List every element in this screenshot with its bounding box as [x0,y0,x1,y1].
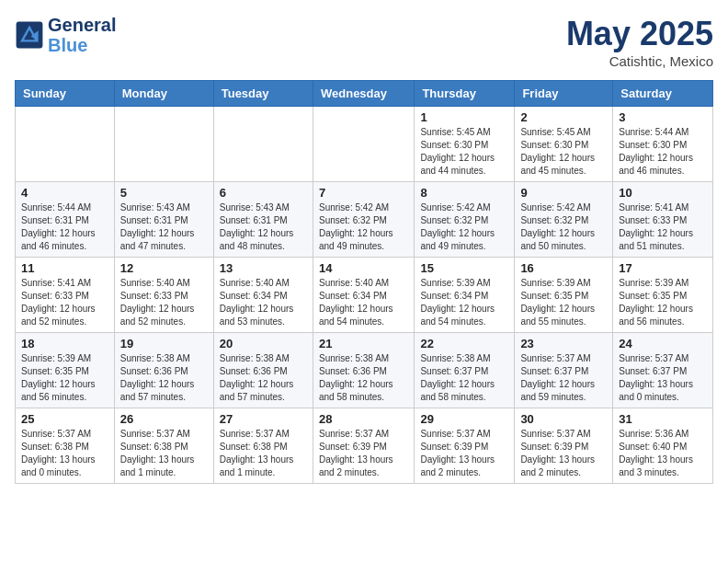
calendar-cell: 10Sunrise: 5:41 AM Sunset: 6:33 PM Dayli… [613,182,713,258]
logo-blue: Blue [48,35,116,55]
calendar-cell: 23Sunrise: 5:37 AM Sunset: 6:37 PM Dayli… [515,333,613,408]
day-number: 30 [520,412,607,426]
calendar-cell: 24Sunrise: 5:37 AM Sunset: 6:37 PM Dayli… [613,333,713,408]
calendar-cell: 7Sunrise: 5:42 AM Sunset: 6:32 PM Daylig… [313,182,414,258]
day-number: 21 [319,337,408,350]
day-info: Sunrise: 5:38 AM Sunset: 6:36 PM Dayligh… [220,352,307,404]
calendar-cell: 13Sunrise: 5:40 AM Sunset: 6:34 PM Dayli… [213,258,313,333]
page-header: General Blue May 2025 Catishtic, Mexico [15,15,713,69]
day-info: Sunrise: 5:37 AM Sunset: 6:39 PM Dayligh… [319,428,408,479]
weekday-header-row: SundayMondayTuesdayWednesdayThursdayFrid… [16,81,713,107]
calendar-cell: 28Sunrise: 5:37 AM Sunset: 6:39 PM Dayli… [313,408,414,484]
calendar-cell: 11Sunrise: 5:41 AM Sunset: 6:33 PM Dayli… [16,258,115,333]
calendar-cell: 3Sunrise: 5:44 AM Sunset: 6:30 PM Daylig… [613,107,713,182]
calendar-table: SundayMondayTuesdayWednesdayThursdayFrid… [15,80,713,484]
calendar-cell: 8Sunrise: 5:42 AM Sunset: 6:32 PM Daylig… [415,182,515,258]
calendar-cell: 2Sunrise: 5:45 AM Sunset: 6:30 PM Daylig… [515,107,613,182]
day-info: Sunrise: 5:45 AM Sunset: 6:30 PM Dayligh… [420,126,508,178]
calendar-cell [16,107,115,182]
calendar-week-2: 4Sunrise: 5:44 AM Sunset: 6:31 PM Daylig… [16,182,713,258]
calendar-cell: 29Sunrise: 5:37 AM Sunset: 6:39 PM Dayli… [415,408,515,484]
calendar-cell: 15Sunrise: 5:39 AM Sunset: 6:34 PM Dayli… [415,258,515,333]
calendar-cell: 21Sunrise: 5:38 AM Sunset: 6:36 PM Dayli… [313,333,414,408]
weekday-header-sunday: Sunday [16,81,115,107]
day-number: 29 [420,412,508,426]
calendar-cell: 4Sunrise: 5:44 AM Sunset: 6:31 PM Daylig… [16,182,115,258]
weekday-header-saturday: Saturday [613,81,713,107]
day-number: 2 [520,110,607,124]
day-info: Sunrise: 5:37 AM Sunset: 6:38 PM Dayligh… [220,428,307,479]
day-number: 7 [319,186,408,200]
weekday-header-tuesday: Tuesday [213,81,313,107]
calendar-week-5: 25Sunrise: 5:37 AM Sunset: 6:38 PM Dayli… [16,408,713,484]
calendar-cell: 9Sunrise: 5:42 AM Sunset: 6:32 PM Daylig… [515,182,613,258]
day-info: Sunrise: 5:40 AM Sunset: 6:34 PM Dayligh… [220,277,307,328]
day-info: Sunrise: 5:38 AM Sunset: 6:36 PM Dayligh… [120,352,208,404]
logo-icon [15,20,44,50]
day-number: 3 [619,110,707,124]
title-block: May 2025 Catishtic, Mexico [566,15,713,69]
day-number: 6 [220,186,307,200]
logo: General Blue [15,15,116,55]
day-info: Sunrise: 5:44 AM Sunset: 6:30 PM Dayligh… [619,126,707,178]
day-info: Sunrise: 5:36 AM Sunset: 6:40 PM Dayligh… [619,428,707,479]
calendar-cell: 18Sunrise: 5:39 AM Sunset: 6:35 PM Dayli… [16,333,115,408]
day-info: Sunrise: 5:43 AM Sunset: 6:31 PM Dayligh… [220,201,307,253]
day-number: 28 [319,412,408,426]
calendar-cell: 27Sunrise: 5:37 AM Sunset: 6:38 PM Dayli… [213,408,313,484]
day-number: 31 [619,412,707,426]
calendar-week-1: 1Sunrise: 5:45 AM Sunset: 6:30 PM Daylig… [16,107,713,182]
calendar-cell: 1Sunrise: 5:45 AM Sunset: 6:30 PM Daylig… [415,107,515,182]
calendar-week-3: 11Sunrise: 5:41 AM Sunset: 6:33 PM Dayli… [16,258,713,333]
day-info: Sunrise: 5:38 AM Sunset: 6:36 PM Dayligh… [319,352,408,404]
calendar-cell: 25Sunrise: 5:37 AM Sunset: 6:38 PM Dayli… [16,408,115,484]
day-number: 20 [220,337,307,350]
calendar-cell [213,107,313,182]
weekday-header-thursday: Thursday [415,81,515,107]
day-number: 15 [420,261,508,275]
calendar-cell [114,107,213,182]
weekday-header-friday: Friday [515,81,613,107]
day-info: Sunrise: 5:37 AM Sunset: 6:39 PM Dayligh… [420,428,508,479]
day-info: Sunrise: 5:43 AM Sunset: 6:31 PM Dayligh… [120,201,208,253]
day-number: 26 [120,412,208,426]
day-number: 1 [420,110,508,124]
day-info: Sunrise: 5:42 AM Sunset: 6:32 PM Dayligh… [420,201,508,253]
calendar-cell: 17Sunrise: 5:39 AM Sunset: 6:35 PM Dayli… [613,258,713,333]
calendar-cell: 16Sunrise: 5:39 AM Sunset: 6:35 PM Dayli… [515,258,613,333]
calendar-cell: 22Sunrise: 5:38 AM Sunset: 6:37 PM Dayli… [415,333,515,408]
day-info: Sunrise: 5:37 AM Sunset: 6:37 PM Dayligh… [619,352,707,404]
day-number: 9 [520,186,607,200]
calendar-cell: 5Sunrise: 5:43 AM Sunset: 6:31 PM Daylig… [114,182,213,258]
calendar-cell: 31Sunrise: 5:36 AM Sunset: 6:40 PM Dayli… [613,408,713,484]
day-number: 10 [619,186,707,200]
day-number: 22 [420,337,508,350]
day-info: Sunrise: 5:39 AM Sunset: 6:35 PM Dayligh… [520,277,607,328]
weekday-header-wednesday: Wednesday [313,81,414,107]
day-number: 13 [220,261,307,275]
calendar-cell: 26Sunrise: 5:37 AM Sunset: 6:38 PM Dayli… [114,408,213,484]
day-number: 19 [120,337,208,350]
day-number: 23 [520,337,607,350]
day-info: Sunrise: 5:40 AM Sunset: 6:34 PM Dayligh… [319,277,408,328]
day-info: Sunrise: 5:41 AM Sunset: 6:33 PM Dayligh… [619,201,707,253]
day-info: Sunrise: 5:39 AM Sunset: 6:35 PM Dayligh… [619,277,707,328]
calendar-cell: 12Sunrise: 5:40 AM Sunset: 6:33 PM Dayli… [114,258,213,333]
day-info: Sunrise: 5:45 AM Sunset: 6:30 PM Dayligh… [520,126,607,178]
day-number: 25 [21,412,108,426]
calendar-cell: 14Sunrise: 5:40 AM Sunset: 6:34 PM Dayli… [313,258,414,333]
day-number: 11 [21,261,108,275]
calendar-week-4: 18Sunrise: 5:39 AM Sunset: 6:35 PM Dayli… [16,333,713,408]
logo-general: General [48,15,116,35]
day-info: Sunrise: 5:41 AM Sunset: 6:33 PM Dayligh… [21,277,108,328]
day-info: Sunrise: 5:37 AM Sunset: 6:38 PM Dayligh… [120,428,208,479]
day-info: Sunrise: 5:40 AM Sunset: 6:33 PM Dayligh… [120,277,208,328]
day-number: 16 [520,261,607,275]
day-number: 18 [21,337,108,350]
day-number: 27 [220,412,307,426]
day-number: 4 [21,186,108,200]
day-info: Sunrise: 5:38 AM Sunset: 6:37 PM Dayligh… [420,352,508,404]
day-number: 17 [619,261,707,275]
day-number: 14 [319,261,408,275]
calendar-cell: 6Sunrise: 5:43 AM Sunset: 6:31 PM Daylig… [213,182,313,258]
